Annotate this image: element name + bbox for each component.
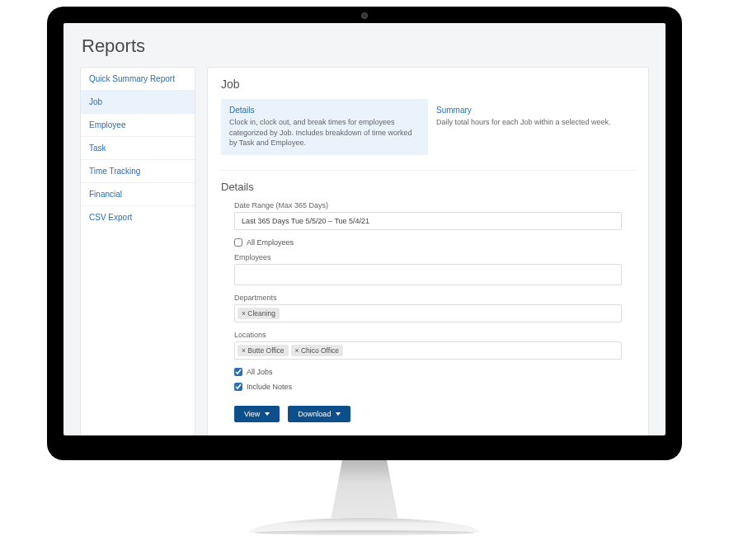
- main-panel: Job DetailsClock in, clock out, and brea…: [207, 67, 649, 435]
- sidebar-item-job[interactable]: Job: [81, 91, 195, 114]
- departments-label: Departments: [234, 294, 622, 302]
- date-range-input[interactable]: [234, 212, 622, 230]
- all-jobs-row[interactable]: All Jobs: [234, 368, 622, 376]
- view-button[interactable]: View: [234, 406, 280, 422]
- sidebar-item-time-tracking[interactable]: Time Tracking: [81, 160, 195, 183]
- chevron-down-icon: [265, 412, 270, 416]
- date-range-group: Date Range (Max 365 Days): [234, 201, 622, 230]
- all-jobs-checkbox[interactable]: [234, 368, 242, 376]
- report-type-cards: DetailsClock in, clock out, and break ti…: [221, 99, 635, 155]
- camera-dot: [361, 12, 368, 19]
- locations-input[interactable]: × Butte Office× Chico Office: [234, 341, 622, 360]
- sidebar-item-quick-summary-report[interactable]: Quick Summary Report: [81, 68, 195, 91]
- monitor-stand-neck: [327, 460, 402, 518]
- location-tag[interactable]: × Butte Office: [238, 345, 289, 356]
- details-form: Date Range (Max 365 Days) All Employees …: [221, 201, 635, 422]
- card-title: Details: [229, 106, 420, 115]
- sidebar-item-employee[interactable]: Employee: [81, 114, 195, 137]
- locations-group: Locations × Butte Office× Chico Office: [234, 331, 622, 360]
- card-description: Daily total hours for each Job within a …: [436, 117, 627, 128]
- report-card-summary[interactable]: SummaryDaily total hours for each Job wi…: [428, 99, 635, 155]
- all-employees-row[interactable]: All Employees: [234, 238, 622, 247]
- employees-input[interactable]: [234, 264, 622, 285]
- details-section: Details Date Range (Max 365 Days) All Em…: [221, 170, 635, 422]
- all-employees-checkbox[interactable]: [234, 238, 242, 247]
- card-description: Clock in, clock out, and break times for…: [229, 117, 420, 148]
- sidebar-item-csv-export[interactable]: CSV Export: [81, 206, 195, 228]
- app-screen: Reports Quick Summary ReportJobEmployeeT…: [63, 23, 666, 435]
- locations-label: Locations: [234, 331, 622, 339]
- include-notes-row[interactable]: Include Notes: [234, 383, 622, 391]
- view-button-label: View: [244, 410, 260, 418]
- card-title: Summary: [436, 106, 627, 115]
- sidebar-item-task[interactable]: Task: [81, 137, 195, 160]
- chevron-down-icon: [336, 412, 341, 416]
- action-buttons: View Download: [234, 406, 622, 422]
- content-wrap: Quick Summary ReportJobEmployeeTaskTime …: [80, 67, 649, 435]
- employees-label: Employees: [234, 253, 622, 261]
- department-tag[interactable]: × Cleaning: [238, 308, 280, 319]
- departments-input[interactable]: × Cleaning: [234, 304, 622, 322]
- monitor-stand-base: [249, 518, 480, 533]
- employees-group: Employees: [234, 253, 622, 285]
- location-tag[interactable]: × Chico Office: [291, 345, 343, 356]
- monitor-frame: Reports Quick Summary ReportJobEmployeeT…: [47, 7, 682, 460]
- include-notes-checkbox[interactable]: [234, 383, 242, 391]
- report-card-details[interactable]: DetailsClock in, clock out, and break ti…: [221, 99, 428, 155]
- sidebar-item-financial[interactable]: Financial: [81, 183, 195, 206]
- download-button-label: Download: [298, 410, 331, 418]
- page-title: Reports: [80, 35, 649, 57]
- all-jobs-label: All Jobs: [247, 368, 273, 376]
- date-range-label: Date Range (Max 365 Days): [234, 201, 622, 209]
- all-employees-label: All Employees: [247, 238, 294, 247]
- download-button[interactable]: Download: [288, 406, 350, 422]
- main-heading: Job: [221, 78, 635, 91]
- sidebar: Quick Summary ReportJobEmployeeTaskTime …: [80, 67, 195, 435]
- include-notes-label: Include Notes: [247, 383, 292, 391]
- details-title: Details: [221, 181, 635, 193]
- departments-group: Departments × Cleaning: [234, 294, 622, 322]
